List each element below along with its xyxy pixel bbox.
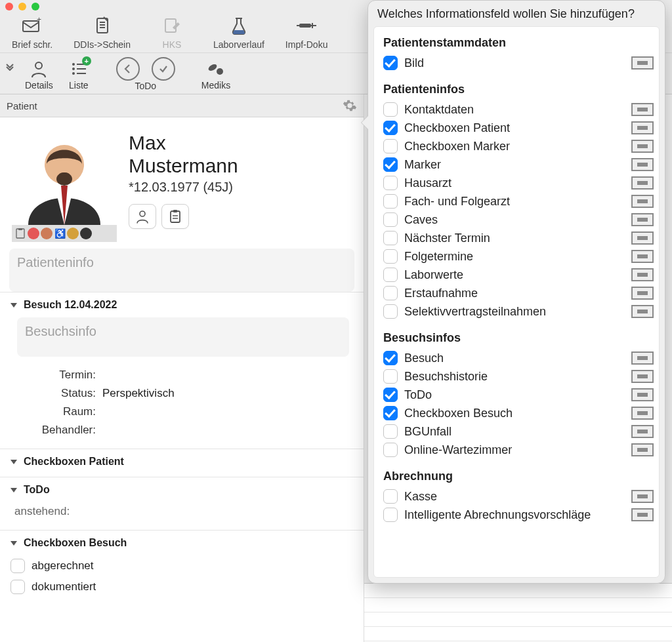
- popover-item: Laborwerte: [383, 266, 654, 284]
- svg-rect-30: [173, 210, 177, 212]
- field-preview-icon[interactable]: [631, 388, 654, 401]
- checkbox[interactable]: [10, 580, 25, 594]
- checkbox[interactable]: [383, 194, 398, 209]
- checkboxen-besuch-section: Checkboxen Besuch abgerechnetdokumentier…: [0, 530, 364, 607]
- popover-item-label: Selektivvertragsteilnahmen: [404, 305, 546, 319]
- checkbox[interactable]: [383, 508, 398, 522]
- visit-section: Besuch 12.04.2022 Besuchsinfo Termin:Sta…: [0, 292, 364, 449]
- visit-row: Termin:: [17, 366, 349, 384]
- checkbox[interactable]: [383, 406, 398, 420]
- svg-rect-7: [236, 18, 242, 19]
- field-preview-icon[interactable]: [631, 213, 654, 226]
- checkboxen-patient-header[interactable]: Checkboxen Patient: [10, 456, 353, 468]
- todo-circle-button[interactable]: [152, 57, 175, 81]
- checkbox[interactable]: [383, 351, 398, 365]
- checkboxen-besuch-header[interactable]: Checkboxen Besuch: [10, 537, 353, 549]
- field-preview-icon[interactable]: [631, 305, 654, 318]
- popover-item: Selektivvertragsteilnahmen: [383, 302, 654, 321]
- maximize-window-button[interactable]: [32, 3, 39, 10]
- popover-group-title: Patienteninfos: [383, 83, 654, 96]
- checkbox-label: dokumentiert: [32, 580, 96, 593]
- field-preview-icon[interactable]: [631, 268, 654, 281]
- checkbox[interactable]: [383, 286, 398, 300]
- field-preview-icon[interactable]: [631, 250, 654, 263]
- status-chip[interactable]: [80, 228, 92, 239]
- status-chip[interactable]: [41, 228, 52, 239]
- popover-item: Erstaufnahme: [383, 284, 654, 302]
- toolbar-mail-button[interactable]: +Brief schr.: [12, 14, 52, 50]
- checkbox[interactable]: [383, 304, 398, 319]
- field-preview-icon[interactable]: [631, 351, 654, 365]
- field-preview-icon[interactable]: [631, 103, 654, 116]
- visit-row-key: Raum:: [17, 405, 96, 418]
- mediks-button[interactable]: Mediks: [196, 56, 236, 90]
- todo-header[interactable]: ToDo: [10, 484, 353, 496]
- clipboard-icon[interactable]: [14, 228, 26, 239]
- checkbox[interactable]: [383, 56, 398, 70]
- popover-item-label: Fach- und Folgearzt: [404, 195, 510, 209]
- toolbar-label: Impf-Doku: [285, 39, 328, 50]
- field-preview-icon[interactable]: [631, 287, 654, 300]
- checkbox[interactable]: [383, 388, 398, 402]
- svg-point-28: [140, 211, 145, 216]
- field-preview-icon[interactable]: [631, 407, 654, 420]
- checkbox[interactable]: [383, 424, 398, 439]
- field-preview-icon[interactable]: [631, 56, 654, 70]
- field-preview-icon[interactable]: [631, 508, 654, 521]
- checkbox[interactable]: [383, 489, 398, 504]
- list-button[interactable]: + Liste: [62, 56, 95, 90]
- checkbox[interactable]: [383, 212, 398, 227]
- visit-header[interactable]: Besuch 12.04.2022: [10, 299, 353, 311]
- gear-icon[interactable]: [343, 98, 357, 113]
- popover-item: ToDo: [383, 386, 654, 404]
- checkbox[interactable]: [383, 231, 398, 245]
- field-preview-icon[interactable]: [631, 121, 654, 134]
- checkbox[interactable]: [383, 268, 398, 282]
- checkbox[interactable]: [10, 559, 25, 573]
- checkbox[interactable]: [383, 443, 398, 457]
- checkbox[interactable]: [383, 139, 398, 153]
- field-preview-icon[interactable]: [631, 443, 654, 456]
- minimize-window-button[interactable]: [18, 3, 26, 10]
- popover-group: PatienteninfosKontaktdatenCheckboxen Pat…: [383, 83, 654, 321]
- back-button[interactable]: [116, 57, 140, 81]
- close-window-button[interactable]: [5, 3, 13, 10]
- popover-scroll[interactable]: PatientenstammdatenBildPatienteninfosKon…: [373, 26, 660, 578]
- field-preview-icon[interactable]: [631, 140, 654, 153]
- field-preview-icon[interactable]: [631, 425, 654, 438]
- status-chip[interactable]: [67, 228, 79, 239]
- field-preview-icon[interactable]: [631, 195, 654, 208]
- details-button[interactable]: Details: [20, 56, 58, 90]
- popover-item-label: Erstaufnahme: [404, 287, 478, 300]
- field-preview-icon[interactable]: [631, 490, 654, 503]
- field-preview-icon[interactable]: [631, 231, 654, 245]
- checkbox[interactable]: [383, 369, 398, 384]
- popover-item: Checkboxen Besuch: [383, 404, 654, 422]
- checkbox[interactable]: [383, 157, 398, 172]
- toolbar-syringe-button[interactable]: Impf-Doku: [285, 14, 328, 50]
- contact-button[interactable]: [129, 204, 156, 229]
- person-icon: [135, 209, 150, 224]
- field-preview-icon[interactable]: [631, 370, 654, 383]
- popover-item-label: Kontaktdaten: [404, 103, 474, 117]
- field-preview-icon[interactable]: [631, 158, 654, 171]
- visit-row-value: Perspektivisch: [102, 387, 175, 400]
- svg-rect-6: [165, 19, 176, 32]
- checkbox[interactable]: [383, 249, 398, 264]
- wheelchair-icon[interactable]: ♿: [54, 228, 66, 239]
- visit-info-box[interactable]: Besuchsinfo: [17, 317, 349, 357]
- toolbar-flask-button[interactable]: Laborverlauf: [213, 14, 264, 50]
- checkbox[interactable]: [383, 102, 398, 117]
- patienteninfo-box[interactable]: Patienteninfo: [9, 249, 354, 292]
- patient-avatar[interactable]: [15, 127, 114, 225]
- panel-collapse-handle[interactable]: [4, 60, 16, 87]
- field-preview-icon[interactable]: [631, 176, 654, 190]
- toolbar-doc-button[interactable]: DDIs->Schein: [74, 14, 131, 50]
- checkbox[interactable]: [383, 176, 398, 190]
- status-chip[interactable]: [28, 228, 39, 239]
- todo-section: ToDo anstehend:: [0, 477, 364, 530]
- clipboard-button[interactable]: [161, 204, 189, 229]
- popover-item: Besuch: [383, 349, 654, 367]
- checkbox[interactable]: [383, 121, 398, 135]
- mail-icon: +: [21, 14, 43, 37]
